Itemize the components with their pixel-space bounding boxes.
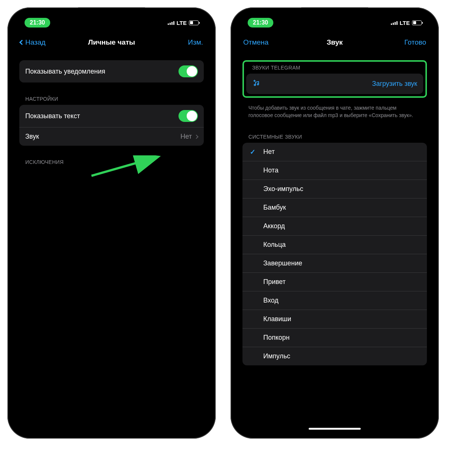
exceptions-header: ИСКЛЮЧЕНИЯ — [19, 156, 204, 168]
done-button[interactable]: Готово — [389, 38, 426, 46]
status-time: 21:30 — [25, 18, 50, 28]
sound-option-label: Аккорд — [263, 222, 285, 230]
sound-option-label: Бамбук — [263, 204, 286, 211]
back-button[interactable]: Назад — [20, 38, 57, 46]
sound-cell[interactable]: Звук Нет — [19, 127, 204, 146]
check-icon: ✓ — [250, 148, 255, 156]
signal-icon — [168, 20, 174, 25]
screen-left: 21:30 LTE Назад Личные чаты Изм. Показыв… — [13, 13, 210, 433]
status-time: 21:30 — [248, 18, 273, 28]
sound-option-label: Эхо-импульс — [263, 185, 303, 193]
nav-bar: Отмена Звук Готово — [237, 32, 433, 53]
sound-option[interactable]: Бамбук — [242, 198, 427, 217]
content-left: Показывать уведомления НАСТРОЙКИ Показыв… — [13, 53, 210, 433]
screen-right: 21:30 LTE Отмена Звук Готово ЗВУКИ TELEG… — [237, 13, 433, 433]
edit-button[interactable]: Изм. — [166, 38, 203, 46]
nav-title: Личные чаты — [88, 38, 135, 46]
show-text-switch[interactable] — [178, 110, 198, 122]
back-label: Назад — [25, 38, 45, 46]
sound-option[interactable]: Попкорн — [242, 329, 427, 347]
home-indicator[interactable] — [309, 428, 361, 430]
sound-option-label: Нота — [263, 167, 279, 174]
status-right: LTE — [168, 20, 199, 26]
sound-option-label: Попкорн — [263, 334, 290, 342]
settings-header: НАСТРОЙКИ — [19, 93, 204, 105]
upload-sound-label: Загрузить звук — [372, 80, 417, 88]
phone-left: 21:30 LTE Назад Личные чаты Изм. Показыв… — [7, 7, 216, 439]
sound-option-label: Нет — [263, 148, 275, 156]
upload-sound-icon — [252, 79, 260, 89]
sound-option-label: Импульс — [263, 352, 290, 360]
svg-point-2 — [257, 84, 259, 85]
nav-title: Звук — [327, 38, 342, 46]
sound-option[interactable]: Кольца — [242, 236, 427, 254]
status-bar: 21:30 LTE — [237, 13, 433, 32]
cancel-button[interactable]: Отмена — [243, 38, 280, 46]
system-sounds-header: СИСТЕМНЫЕ ЗВУКИ — [242, 131, 427, 143]
content-right: ЗВУКИ TELEGRAM Загрузить звук — [237, 53, 433, 433]
sound-option-label: Вход — [263, 297, 279, 304]
cancel-label: Отмена — [243, 38, 268, 46]
nav-bar: Назад Личные чаты Изм. — [13, 32, 210, 53]
sound-label: Звук — [25, 133, 180, 140]
notifications-group: Показывать уведомления — [19, 60, 204, 83]
show-notifications-switch[interactable] — [178, 65, 198, 77]
sound-option[interactable]: Вход — [242, 291, 427, 310]
upload-hint: Чтобы добавить звук из сообщения в чате,… — [242, 101, 427, 122]
sound-option[interactable]: Привет — [242, 273, 427, 291]
system-sounds-group: ✓НетНотаЭхо-импульсБамбукАккордКольцаЗав… — [242, 143, 427, 365]
network-label: LTE — [177, 20, 187, 26]
phone-right: 21:30 LTE Отмена Звук Готово ЗВУКИ TELEG… — [231, 7, 439, 439]
sound-option-label: Завершение — [263, 259, 302, 267]
sound-value: Нет — [180, 133, 192, 140]
sound-option[interactable]: Клавиши — [242, 310, 427, 329]
sound-option-label: Привет — [263, 278, 286, 286]
sound-option[interactable]: Завершение — [242, 254, 427, 273]
sound-option[interactable]: Нота — [242, 161, 427, 180]
telegram-sounds-header: ЗВУКИ TELEGRAM — [246, 63, 423, 74]
battery-icon — [189, 20, 199, 25]
sound-option[interactable]: ✓Нет — [242, 143, 427, 161]
done-label: Готово — [404, 38, 426, 46]
highlight-annotation: ЗВУКИ TELEGRAM Загрузить звук — [242, 60, 427, 98]
status-bar: 21:30 LTE — [13, 13, 210, 32]
signal-icon — [391, 20, 398, 25]
show-notifications-cell[interactable]: Показывать уведомления — [19, 60, 204, 83]
upload-sound-cell[interactable]: Загрузить звук — [246, 74, 423, 94]
chevron-right-icon — [194, 135, 198, 139]
sound-option-label: Клавиши — [263, 315, 291, 323]
show-text-cell[interactable]: Показывать текст — [19, 105, 204, 127]
status-right: LTE — [391, 20, 422, 26]
battery-icon — [412, 20, 422, 25]
sound-option-label: Кольца — [263, 241, 286, 249]
edit-label: Изм. — [188, 38, 203, 46]
sound-option[interactable]: Импульс — [242, 347, 427, 365]
settings-group: Показывать текст Звук Нет — [19, 105, 204, 146]
network-label: LTE — [400, 20, 410, 26]
show-text-label: Показывать текст — [25, 112, 178, 120]
show-notifications-label: Показывать уведомления — [25, 68, 178, 75]
sound-option[interactable]: Эхо-импульс — [242, 180, 427, 198]
sound-option[interactable]: Аккорд — [242, 217, 427, 236]
chevron-left-icon — [19, 40, 25, 45]
telegram-sounds-group: Загрузить звук — [246, 74, 423, 94]
svg-point-1 — [254, 84, 256, 86]
